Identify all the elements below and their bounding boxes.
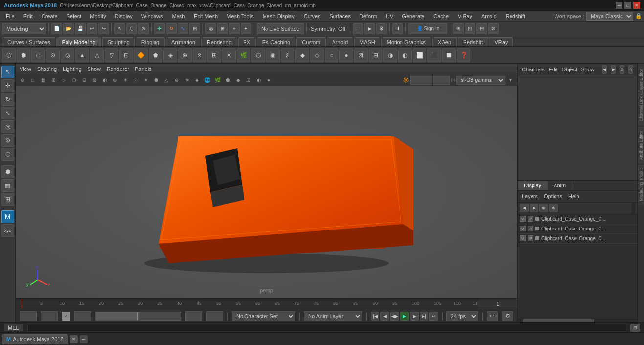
move-tool[interactable]: ✛ [1,79,14,92]
menu-generate[interactable]: Generate [398,12,428,20]
shelf-tab-rigging[interactable]: Rigging [136,37,165,46]
cb-btn-4[interactable]: ☆ [628,65,633,74]
range-end1[interactable]: 120 [185,311,202,321]
taskbar-close-btn[interactable]: ✕ [70,335,78,343]
command-input[interactable] [27,324,626,332]
maximize-button[interactable]: □ [624,2,631,9]
shelf-icon-14[interactable]: ⊗ [193,48,206,62]
side-tab-modelling[interactable]: Modelling Toolkit [638,165,644,204]
shelf-icon-2[interactable]: ⬢ [17,48,30,62]
snap-grid-btn[interactable]: ⊞ [217,23,228,34]
play-fwd-btn[interactable]: ▶ [400,312,409,321]
new-scene-btn[interactable]: 📄 [51,23,62,34]
shelf-tab-rendering[interactable]: Rendering [201,37,237,46]
side-tab-attribute[interactable]: Attribute Editor [638,127,644,163]
timeline-playhead[interactable] [22,299,22,309]
vp-tool-1[interactable]: ⊙ [18,75,27,85]
shelf-icon-20[interactable]: ⊛ [281,48,294,62]
layer-p-2[interactable]: P [528,226,533,231]
shelf-icon-23[interactable]: ○ [325,48,338,62]
lasso-tool[interactable]: ⬡ [1,148,14,161]
icon-btn-4[interactable]: ⊠ [488,23,499,34]
anim-checkbox[interactable]: ✓ [62,312,70,321]
pause-btn[interactable]: ⏸ [392,23,403,34]
ipr-btn[interactable]: ▶ [364,23,375,34]
shelf-tab-custom[interactable]: Custom [296,37,326,46]
shelf-tab-redshift[interactable]: Redshift [458,37,488,46]
redo-btn[interactable]: ↪ [98,23,109,34]
menu-cache[interactable]: Cache [429,12,453,20]
snap-point-btn[interactable]: ✦ [241,23,251,34]
poly-tool-3[interactable]: ⊞ [1,193,14,206]
shelf-tab-fxcaching[interactable]: FX Caching [257,37,295,46]
vp-tool-22[interactable]: ◆ [233,75,243,85]
minimize-button[interactable]: ─ [616,2,622,9]
cb-edit[interactable]: Edit [548,67,557,72]
vp-gamma-value[interactable]: 1.00 [433,76,450,85]
cb-btn-1[interactable]: ◀ [602,65,607,74]
layer-icon-3[interactable]: ⊕ [539,204,548,212]
shelf-icon-28[interactable]: ◐ [398,48,412,62]
cb-btn-2[interactable]: ▶ [611,65,616,74]
vp-gamma-dropdown[interactable]: sRGB gamma [456,76,505,85]
layer-v-2[interactable]: V [520,226,526,231]
vp-tool-2[interactable]: □ [28,75,38,85]
shelf-icon-10[interactable]: 🔶 [134,48,148,62]
taskbar-min-btn[interactable]: ─ [80,335,88,343]
menu-curves[interactable]: Curves [300,12,325,20]
snap-curve-btn[interactable]: ⌖ [229,23,240,34]
shelf-tab-sculpting[interactable]: Sculpting [102,37,135,46]
goto-start-btn[interactable]: |◀ [371,312,379,321]
vp-tool-12[interactable]: ◎ [131,75,140,85]
vp-gamma-expand[interactable]: ▼ [506,75,515,85]
step-fwd-btn[interactable]: ▶ [410,312,419,321]
coord-btn[interactable]: xyz [1,224,14,237]
shelf-tab-motion-graphics[interactable]: Motion Graphics [381,37,431,46]
vp-tool-17[interactable]: ❖ [182,75,192,85]
shelf-tab-animation[interactable]: Animation [166,37,200,46]
viewport[interactable]: View Shading Lighting Show Renderer Pane… [16,64,517,298]
menu-deform[interactable]: Deform [355,12,381,20]
select-tool-btn[interactable]: ↖ [114,23,125,34]
menu-create[interactable]: Create [38,12,62,20]
layer-p-1[interactable]: P [528,216,533,222]
vp-menu-show[interactable]: Show [88,66,101,72]
shelf-icon-31[interactable]: 🔲 [442,48,456,62]
shelf-icon-22[interactable]: ◇ [310,48,324,62]
shelf-icon-3[interactable]: □ [31,48,45,62]
shelf-icon-18[interactable]: ⬡ [251,48,265,62]
vp-menu-shading[interactable]: Shading [37,66,57,72]
menu-select[interactable]: Select [63,12,86,20]
scale-tool[interactable]: ⤡ [1,107,14,119]
shelf-icon-29[interactable]: ⬜ [413,48,426,62]
display-tab[interactable]: Display [518,181,548,190]
timeline-ruler[interactable]: 5 10 15 20 25 30 35 40 45 50 55 60 65 70… [16,299,478,309]
no-anim-layer-dropdown[interactable]: No Anim Layer [304,311,362,321]
shelf-icon-7[interactable]: △ [90,48,104,62]
loop-btn[interactable]: ↩ [429,312,438,321]
cb-btn-3[interactable]: ⊙ [620,65,624,74]
shelf-icon-9[interactable]: ⊡ [119,48,133,62]
vp-tool-24[interactable]: ◐ [254,75,264,85]
shelf-tab-mash[interactable]: MASH [354,37,380,46]
mel-label[interactable]: MEL [4,324,23,331]
layer-scrollbar[interactable] [518,319,637,322]
vp-tool-20[interactable]: 🌿 [213,75,222,85]
soft-sel-tool[interactable]: ◎ [1,120,14,133]
play-back-btn[interactable]: ◀▶ [390,312,399,321]
save-scene-btn[interactable]: 💾 [75,23,86,34]
menu-file[interactable]: File [2,12,19,20]
shelf-tab-curves[interactable]: Curves / Surfaces [2,37,55,46]
step-back-btn[interactable]: ◀ [380,312,389,321]
vp-tool-18[interactable]: ◈ [192,75,202,85]
menu-redshift[interactable]: Redshift [502,12,529,20]
layers-menu[interactable]: Layers [522,193,538,199]
paint-sel-btn[interactable]: ⊙ [138,23,149,34]
shelf-icon-12[interactable]: ◈ [163,48,177,62]
layer-v-1[interactable]: V [520,216,526,222]
vp-menu-view[interactable]: View [20,66,31,72]
vp-tool-14[interactable]: ⬢ [151,75,161,85]
workspace-dropdown[interactable]: Maya Classic [586,12,633,21]
shelf-icon-1[interactable]: ⬡ [2,48,16,62]
layer-icon-2[interactable]: ▶ [530,204,538,212]
